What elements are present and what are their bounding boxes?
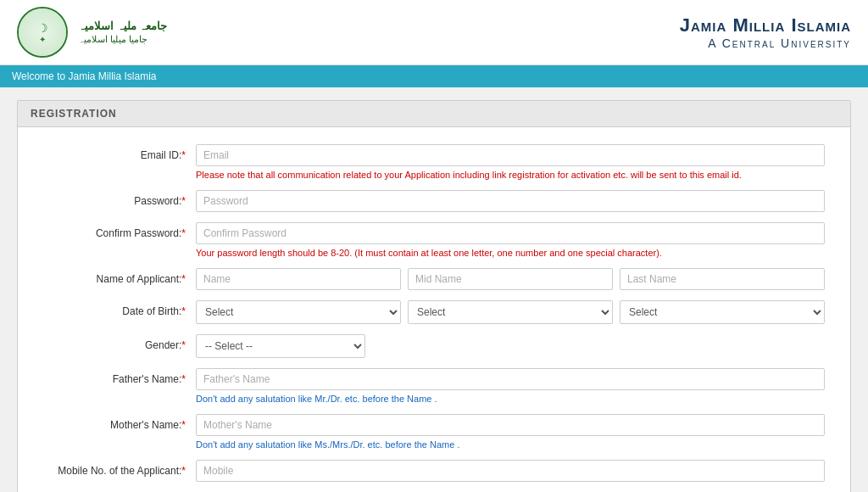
- logo-area: ☽ ✦ جامعہ ملیہ اسلامیہ جامیا میلیا اسلام…: [17, 7, 167, 58]
- header-right-block: Jamia Millia Islamia A Central Universit…: [680, 14, 851, 50]
- header-text-block: جامعہ ملیہ اسلامیہ جامیا میلیا اسلامیہ: [78, 20, 167, 45]
- page-header: ☽ ✦ جامعہ ملیہ اسلامیہ جامیا میلیا اسلام…: [0, 0, 868, 65]
- mid-name-input[interactable]: [408, 268, 613, 290]
- father-name-label: Father's Name:*: [43, 368, 196, 385]
- email-required: *: [181, 149, 186, 161]
- registration-body: Email ID:* Please note that all communic…: [18, 127, 850, 492]
- email-note: Please note that all communication relat…: [196, 170, 825, 180]
- welcome-text: Welcome to Jamia Millia Islamia: [12, 70, 157, 82]
- arabic-title: جامعہ ملیہ اسلامیہ: [78, 20, 167, 34]
- name-label: Name of Applicant:*: [43, 268, 196, 285]
- mother-note: Don't add any salutation like Ms./Mrs./D…: [196, 439, 825, 450]
- gender-select[interactable]: -- Select -- Male Female: [196, 334, 365, 358]
- university-subtitle: A Central University: [680, 36, 851, 50]
- dob-year-select[interactable]: Select: [620, 300, 825, 324]
- dob-month-select[interactable]: Select: [408, 300, 613, 324]
- dob-controls: Select Select Select: [196, 300, 825, 324]
- dob-row: Date of Birth:* Select Select Select: [43, 300, 825, 324]
- gender-label: Gender:*: [43, 334, 196, 351]
- last-name-input[interactable]: [620, 268, 825, 290]
- confirm-password-label: Confirm Password:*: [43, 222, 196, 239]
- mobile-controls: [196, 460, 825, 482]
- confirm-password-input[interactable]: [196, 222, 825, 244]
- dob-day-select[interactable]: Select: [196, 300, 401, 324]
- urdu-subtitle: جامیا میلیا اسلامیہ: [78, 34, 167, 45]
- dob-selects-row: Select Select Select: [196, 300, 825, 324]
- university-title: Jamia Millia Islamia: [680, 14, 851, 36]
- email-input[interactable]: [196, 144, 825, 166]
- registration-box: Registration Email ID:* Please note that…: [17, 100, 851, 492]
- mother-name-controls: Don't add any salutation like Ms./Mrs./D…: [196, 414, 825, 450]
- dob-label: Date of Birth:*: [43, 300, 196, 317]
- email-controls: Please note that all communication relat…: [196, 144, 825, 180]
- first-name-input[interactable]: [196, 268, 401, 290]
- mother-name-input[interactable]: [196, 414, 825, 436]
- email-row: Email ID:* Please note that all communic…: [43, 144, 825, 180]
- nav-bar: Welcome to Jamia Millia Islamia: [0, 65, 868, 87]
- name-inputs-row: [196, 268, 825, 290]
- password-input[interactable]: [196, 190, 825, 212]
- gender-row: Gender:* -- Select -- Male Female: [43, 334, 825, 358]
- confirm-password-row: Confirm Password:* Your password length …: [43, 222, 825, 258]
- gender-controls: -- Select -- Male Female: [196, 334, 825, 358]
- mobile-row: Mobile No. of the Applicant:*: [43, 460, 825, 482]
- confirm-password-controls: Your password length should be 8-20. (It…: [196, 222, 825, 258]
- father-name-input[interactable]: [196, 368, 825, 390]
- password-row: Password:*: [43, 190, 825, 212]
- university-logo: ☽ ✦: [17, 7, 68, 58]
- name-controls: [196, 268, 825, 290]
- password-controls: [196, 190, 825, 212]
- logo-star-icon: ✦: [39, 35, 46, 44]
- father-note: Don't add any salutation like Mr./Dr. et…: [196, 394, 825, 404]
- mother-name-label: Mother's Name:*: [43, 414, 196, 431]
- mother-name-row: Mother's Name:* Don't add any salutation…: [43, 414, 825, 450]
- main-content: Registration Email ID:* Please note that…: [0, 87, 868, 492]
- email-label: Email ID:*: [43, 144, 196, 161]
- password-label: Password:*: [43, 190, 196, 207]
- mobile-input[interactable]: [196, 460, 825, 482]
- name-row: Name of Applicant:*: [43, 268, 825, 290]
- registration-header: Registration: [18, 101, 850, 127]
- father-name-controls: Don't add any salutation like Mr./Dr. et…: [196, 368, 825, 404]
- mobile-label: Mobile No. of the Applicant:*: [43, 460, 196, 477]
- logo-crescent-icon: ☽: [37, 21, 48, 35]
- father-name-row: Father's Name:* Don't add any salutation…: [43, 368, 825, 404]
- password-note: Your password length should be 8-20. (It…: [196, 248, 825, 258]
